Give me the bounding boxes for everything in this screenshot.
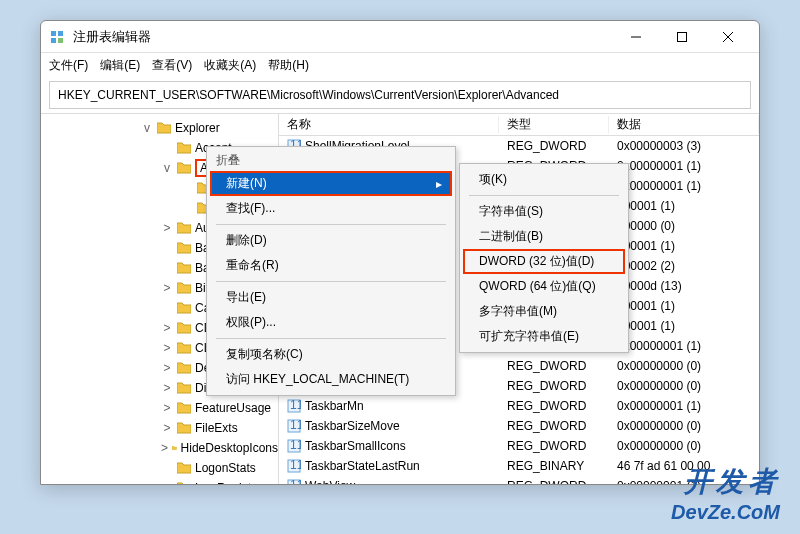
svg-text:110: 110	[290, 459, 301, 472]
context-menu-new: 项(K)字符串值(S)二进制值(B)DWORD (32 位)值(D)QWORD …	[459, 163, 629, 353]
tree-item[interactable]: LogonStats	[41, 458, 278, 478]
context-menu-item[interactable]: 可扩充字符串值(E)	[463, 324, 625, 349]
context-menu-key: 折叠新建(N)▸查找(F)...删除(D)重命名(R)导出(E)权限(P)...…	[206, 146, 456, 396]
list-header: 名称 类型 数据	[279, 114, 759, 136]
separator	[216, 338, 446, 339]
list-row[interactable]: 110TaskbarSizeMoveREG_DWORD0x00000000 (0…	[279, 416, 759, 436]
context-menu-item[interactable]: QWORD (64 位)值(Q)	[463, 274, 625, 299]
close-button[interactable]	[705, 22, 751, 52]
context-menu-item[interactable]: 复制项名称(C)	[210, 342, 452, 367]
context-menu-item[interactable]: 二进制值(B)	[463, 224, 625, 249]
svg-text:110: 110	[290, 419, 301, 432]
menu-item[interactable]: 编辑(E)	[100, 57, 140, 74]
list-row[interactable]: 110TaskbarSmallIconsREG_DWORD0x00000000 …	[279, 436, 759, 456]
context-menu-item[interactable]: 项(K)	[463, 167, 625, 192]
tree-item[interactable]: >FeatureUsage	[41, 398, 278, 418]
context-menu-item[interactable]: 查找(F)...	[210, 196, 452, 221]
list-row[interactable]: 110TaskbarMnREG_DWORD0x00000001 (1)	[279, 396, 759, 416]
maximize-button[interactable]	[659, 22, 705, 52]
separator	[469, 195, 619, 196]
header-name[interactable]: 名称	[279, 116, 499, 133]
menu-item[interactable]: 帮助(H)	[268, 57, 309, 74]
tree-item[interactable]: >HideDesktopIcons	[41, 438, 278, 458]
svg-text:110: 110	[290, 439, 301, 452]
context-menu-item[interactable]: 删除(D)	[210, 228, 452, 253]
svg-text:110: 110	[290, 399, 301, 412]
menubar: 文件(F)编辑(E)查看(V)收藏夹(A)帮助(H)	[41, 53, 759, 77]
tree-item[interactable]: >FileExts	[41, 418, 278, 438]
address-bar[interactable]: HKEY_CURRENT_USER\SOFTWARE\Microsoft\Win…	[49, 81, 751, 109]
svg-rect-2	[51, 38, 56, 43]
menu-item[interactable]: 收藏夹(A)	[204, 57, 256, 74]
svg-rect-0	[51, 31, 56, 36]
tree-item[interactable]: >LowRegistry	[41, 478, 278, 484]
menu-item[interactable]: 查看(V)	[152, 57, 192, 74]
svg-rect-3	[58, 38, 63, 43]
context-menu-item[interactable]: 字符串值(S)	[463, 199, 625, 224]
context-label: 折叠	[210, 150, 452, 171]
context-menu-item[interactable]: 重命名(R)	[210, 253, 452, 278]
tree-item[interactable]: vExplorer	[41, 118, 278, 138]
context-menu-item[interactable]: 新建(N)▸	[210, 171, 452, 196]
context-menu-item[interactable]: 导出(E)	[210, 285, 452, 310]
titlebar: 注册表编辑器	[41, 21, 759, 53]
menu-item[interactable]: 文件(F)	[49, 57, 88, 74]
separator	[216, 224, 446, 225]
window-title: 注册表编辑器	[73, 28, 613, 46]
context-menu-item[interactable]: 访问 HKEY_LOCAL_MACHINE(T)	[210, 367, 452, 392]
watermark: 开发者 DevZe.CoM	[671, 463, 780, 524]
separator	[216, 281, 446, 282]
minimize-button[interactable]	[613, 22, 659, 52]
svg-rect-1	[58, 31, 63, 36]
context-menu-item[interactable]: 多字符串值(M)	[463, 299, 625, 324]
context-menu-item[interactable]: 权限(P)...	[210, 310, 452, 335]
svg-text:110: 110	[290, 479, 301, 484]
svg-rect-5	[678, 32, 687, 41]
header-data[interactable]: 数据	[609, 116, 759, 133]
app-icon	[49, 29, 65, 45]
header-type[interactable]: 类型	[499, 116, 609, 133]
context-menu-item[interactable]: DWORD (32 位)值(D)	[463, 249, 625, 274]
